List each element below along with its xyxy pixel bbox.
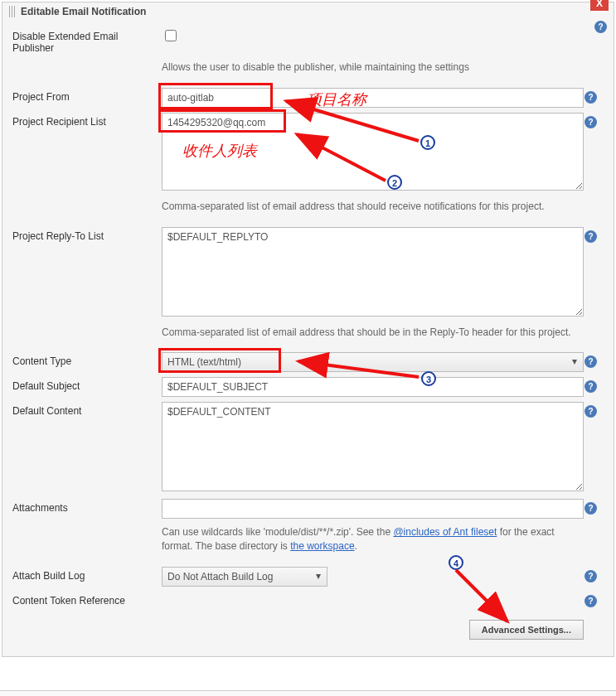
- label-attachments: Attachments: [12, 499, 162, 514]
- content-type-select[interactable]: HTML (text/html): [162, 352, 584, 372]
- annotation-project-name: 项目名称: [307, 89, 366, 109]
- panel-header: Editable Email Notification ?: [2, 2, 614, 21]
- advanced-settings-button[interactable]: Advanced Settings...: [469, 620, 584, 640]
- help-icon[interactable]: ?: [584, 91, 597, 104]
- label-default-content: Default Content: [12, 402, 162, 417]
- help-icon[interactable]: ?: [584, 116, 597, 128]
- hint-recipient-list: Comma-separated list of email address th…: [162, 200, 584, 214]
- annotation-badge-4: 4: [449, 555, 463, 570]
- label-default-subject: Default Subject: [12, 377, 162, 392]
- label-project-from: Project From: [12, 88, 162, 103]
- row-attachments: Attachments ?: [12, 499, 604, 519]
- help-icon[interactable]: ?: [584, 502, 597, 515]
- annotation-badge-2: 2: [387, 175, 402, 190]
- default-content-textarea[interactable]: $DEFAULT_CONTENT: [162, 402, 584, 491]
- reply-to-textarea[interactable]: $DEFAULT_REPLYTO: [162, 227, 584, 317]
- footer-bar: 保存 应用: [0, 690, 616, 696]
- default-subject-input[interactable]: [162, 377, 584, 397]
- attach-build-log-select[interactable]: Do Not Attach Build Log: [162, 567, 327, 587]
- ant-fileset-link[interactable]: @includes of Ant fileset: [393, 526, 497, 538]
- annotation-badge-1: 1: [420, 135, 435, 150]
- label-content-token-ref: Content Token Reference: [12, 592, 162, 607]
- panel-title: Editable Email Notification: [21, 6, 146, 17]
- annotation-badge-3: 3: [421, 371, 436, 386]
- label-disable-publisher: Disable Extended Email Publisher: [12, 27, 162, 54]
- row-default-content: Default Content $DEFAULT_CONTENT ?: [12, 402, 604, 494]
- help-icon[interactable]: ?: [584, 595, 597, 607]
- label-reply-to: Project Reply-To List: [12, 227, 162, 242]
- help-icon[interactable]: ?: [584, 380, 597, 393]
- row-default-subject: Default Subject ?: [12, 377, 604, 397]
- row-attach-build-log: Attach Build Log Do Not Attach Build Log…: [12, 567, 604, 587]
- help-icon[interactable]: ?: [584, 405, 597, 418]
- form-body: Disable Extended Email Publisher Allows …: [2, 21, 614, 656]
- workspace-link[interactable]: the workspace: [290, 540, 354, 552]
- drag-handle-icon[interactable]: [9, 6, 16, 17]
- row-content-type: Content Type HTML (text/html) ?: [12, 352, 604, 372]
- project-from-input[interactable]: [162, 88, 584, 108]
- annotation-recipient-list: 收件人列表: [182, 141, 257, 161]
- hint-reply-to: Comma-separated list of email address th…: [162, 326, 584, 340]
- row-disable-publisher: Disable Extended Email Publisher: [12, 27, 604, 54]
- help-icon[interactable]: ?: [584, 570, 597, 582]
- row-recipient-list: Project Recipient List 1454295320@qq.com…: [12, 113, 604, 193]
- attachments-input[interactable]: [162, 499, 584, 519]
- help-icon[interactable]: ?: [584, 355, 597, 368]
- label-attach-build-log: Attach Build Log: [12, 567, 162, 582]
- row-content-token-ref: Content Token Reference ?: [12, 592, 604, 607]
- disable-publisher-checkbox[interactable]: [165, 30, 177, 41]
- hint-attachments: Can use wildcards like 'module/dist/**/*…: [162, 525, 584, 553]
- label-content-type: Content Type: [12, 352, 162, 367]
- hint-disable-publisher: Allows the user to disable the publisher…: [162, 60, 584, 75]
- help-icon[interactable]: ?: [584, 230, 597, 243]
- label-recipient-list: Project Recipient List: [12, 113, 162, 128]
- row-reply-to: Project Reply-To List $DEFAULT_REPLYTO ?: [12, 227, 604, 319]
